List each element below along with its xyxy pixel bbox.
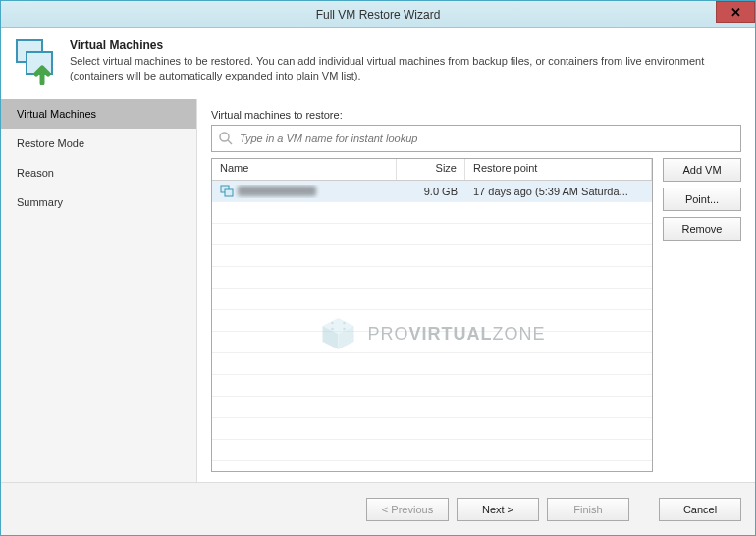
- svg-point-11: [331, 328, 334, 331]
- svg-point-9: [331, 322, 334, 325]
- vm-table: Name Size Restore point 9.0: [211, 158, 653, 472]
- button-label: < Previous: [382, 504, 433, 515]
- cell-size: 9.0 GB: [397, 186, 465, 197]
- svg-point-2: [220, 133, 229, 141]
- button-label: Next >: [482, 504, 513, 515]
- svg-point-12: [343, 328, 346, 331]
- close-button[interactable]: ✕: [716, 1, 755, 23]
- watermark-text: PRO: [367, 324, 408, 344]
- vm-icon: [220, 185, 234, 198]
- cell-restore-point: 17 days ago (5:39 AM Saturda...: [465, 186, 652, 197]
- watermark-text: ZONE: [493, 324, 546, 344]
- table-header: Name Size Restore point: [212, 159, 652, 181]
- sidebar-item-restore-mode[interactable]: Restore Mode: [1, 129, 196, 158]
- button-label: Cancel: [683, 504, 717, 515]
- close-icon: ✕: [730, 5, 741, 20]
- page-description: Select virtual machines to be restored. …: [70, 54, 739, 84]
- button-label: Finish: [573, 504, 602, 515]
- svg-rect-5: [225, 189, 233, 196]
- titlebar: Full VM Restore Wizard ✕: [1, 1, 755, 28]
- main-panel: Virtual machines to restore: Name Size R…: [197, 99, 755, 482]
- page-title: Virtual Machines: [70, 38, 739, 52]
- vm-restore-icon: [13, 38, 60, 85]
- sidebar-item-label: Reason: [17, 167, 54, 179]
- sidebar-item-virtual-machines[interactable]: Virtual Machines: [1, 99, 196, 129]
- search-box[interactable]: [211, 125, 741, 152]
- wizard-steps-sidebar: Virtual Machines Restore Mode Reason Sum…: [1, 99, 197, 482]
- finish-button[interactable]: Finish: [547, 498, 629, 521]
- column-header-name[interactable]: Name: [212, 159, 397, 180]
- wizard-header: Virtual Machines Select virtual machines…: [1, 28, 755, 99]
- svg-point-10: [343, 322, 346, 325]
- point-button[interactable]: Point...: [663, 188, 741, 211]
- table-body: 9.0 GB 17 days ago (5:39 AM Saturda...: [212, 181, 652, 471]
- search-input[interactable]: [240, 133, 734, 144]
- wizard-window: Full VM Restore Wizard ✕ Virtual Machine…: [0, 0, 756, 536]
- svg-marker-6: [322, 318, 353, 334]
- next-button[interactable]: Next >: [457, 498, 539, 521]
- previous-button[interactable]: < Previous: [366, 498, 449, 521]
- search-icon: [218, 131, 234, 146]
- watermark: PROVIRTUALZONE: [318, 314, 545, 353]
- sidebar-item-reason[interactable]: Reason: [1, 158, 196, 188]
- vm-list-label: Virtual machines to restore:: [211, 109, 741, 121]
- side-buttons: Add VM Point... Remove: [653, 158, 741, 472]
- sidebar-item-label: Virtual Machines: [17, 108, 96, 120]
- sidebar-item-label: Restore Mode: [17, 137, 84, 149]
- button-label: Point...: [685, 193, 719, 205]
- svg-line-3: [228, 140, 232, 144]
- svg-marker-8: [338, 326, 353, 349]
- add-vm-button[interactable]: Add VM: [663, 158, 741, 182]
- sidebar-item-label: Summary: [17, 196, 63, 208]
- button-label: Remove: [682, 223, 723, 235]
- table-row[interactable]: 9.0 GB 17 days ago (5:39 AM Saturda...: [212, 181, 652, 202]
- window-title: Full VM Restore Wizard: [316, 8, 441, 22]
- wizard-footer: < Previous Next > Finish Cancel: [1, 482, 755, 535]
- remove-button[interactable]: Remove: [663, 217, 741, 241]
- column-header-size[interactable]: Size: [397, 159, 465, 180]
- sidebar-item-summary[interactable]: Summary: [1, 188, 196, 217]
- svg-marker-7: [322, 326, 338, 349]
- column-header-restore-point[interactable]: Restore point: [465, 159, 652, 180]
- vm-name-redacted: [238, 186, 316, 196]
- cube-icon: [318, 314, 357, 353]
- cancel-button[interactable]: Cancel: [659, 498, 741, 521]
- watermark-text: VIRTUAL: [409, 324, 493, 344]
- button-label: Add VM: [682, 164, 721, 176]
